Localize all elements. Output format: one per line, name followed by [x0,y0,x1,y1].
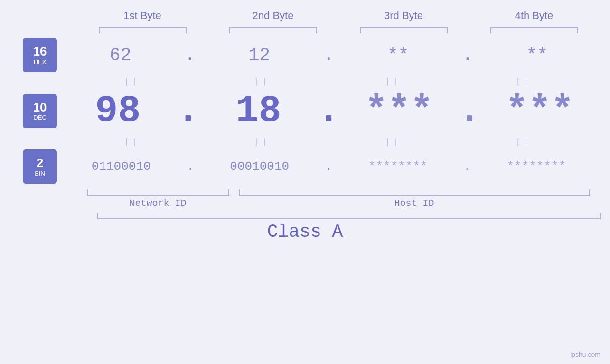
byte-header-3: 3rd Byte [351,9,456,22]
byte-header-2: 2nd Byte [221,9,325,22]
sep-row-1: || || || || [0,77,610,86]
top-bracket-2 [229,27,317,33]
sep-4: || [471,77,576,86]
dec-badge: 10 DEC [23,94,57,128]
dec-badge-number: 10 [33,101,47,114]
dec-dot-2: . [317,89,340,132]
network-id-label: Network ID [87,198,229,209]
top-bracket-3 [360,27,448,33]
bin-badge-label: BIN [35,170,45,177]
bin-val-4: ******** [492,159,580,174]
network-bracket [87,189,229,196]
hex-val-3: ** [354,45,442,65]
dec-badge-label: DEC [33,114,46,121]
top-bracket-4 [490,27,578,33]
watermark: ipshu.com [570,351,601,358]
hex-dot-3: . [462,45,473,65]
sep-3: || [341,77,445,86]
bin-dot-3: . [463,159,471,174]
main-container: 1st Byte 2nd Byte 3rd Byte 4th Byte 16 H… [0,0,610,364]
sep-1: || [80,77,184,86]
hex-badge: 16 HEX [23,38,57,72]
hex-val-2: 12 [216,45,303,65]
hex-val-4: ** [493,45,581,65]
bin-val-3: ******** [354,159,442,174]
byte-header-4: 4th Byte [482,9,586,22]
bin-dot-2: . [325,159,333,174]
hex-row: 16 HEX 62 . 12 . ** . ** [0,38,610,72]
bin-val-1: 01100010 [77,159,165,174]
dec-val-4: *** [496,89,583,132]
bin-badge-number: 2 [37,156,43,170]
top-bracket-1 [99,27,187,33]
hex-badge-label: HEX [34,58,47,65]
host-bracket [239,189,590,196]
class-label: Class A [0,222,610,242]
sep-2: || [210,77,315,86]
big-bottom-bracket [97,213,601,219]
hex-dot-2: . [323,45,334,65]
bin-dot-1: . [187,159,194,174]
bin-badge: 2 BIN [23,149,57,184]
id-labels: Network ID Host ID [77,198,600,209]
host-id-label: Host ID [239,198,590,209]
dec-val-2: 18 [215,89,302,132]
sep2-1: || [80,137,184,147]
dec-val-1: 98 [74,89,162,132]
bin-row: 2 BIN 01100010 . 00010010 . ******** . *… [0,149,610,184]
hex-badge-number: 16 [33,45,47,58]
sep2-2: || [210,137,315,147]
bin-val-2: 00010010 [216,159,303,174]
dec-dot-3: . [458,89,481,132]
dec-dot-1: . [177,89,199,132]
hex-dot-1: . [185,45,196,65]
sep-row-2: || || || || [0,137,610,147]
hex-val-1: 62 [76,45,164,65]
byte-header-1: 1st Byte [90,9,195,22]
sep2-4: || [471,137,576,147]
bottom-brackets [77,189,600,196]
dec-row: 10 DEC 98 . 18 . *** . *** [0,89,610,132]
sep2-3: || [341,137,445,147]
dec-val-3: *** [355,89,443,132]
